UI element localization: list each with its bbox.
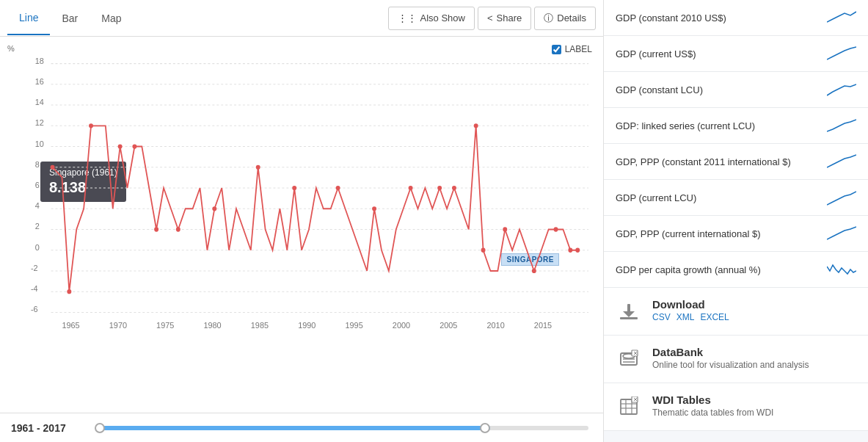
line-chart-svg: 18 16 14 12 10 8 6 4 2 0 -2 -4 -6	[22, 37, 596, 405]
svg-text:0: 0	[35, 242, 40, 251]
tab-bar[interactable]: Bar	[50, 2, 90, 35]
tab-line[interactable]: Line	[7, 1, 50, 35]
wdi-subtitle: Thematic data tables from WDI	[652, 407, 856, 418]
sidebar-item-label: GDP (current US$)	[616, 48, 820, 59]
timeline-fill	[95, 426, 490, 430]
y-axis-unit: %	[7, 44, 15, 53]
details-button[interactable]: ⓘ Details	[534, 7, 596, 30]
wdi-title: WDI Tables	[652, 394, 856, 406]
also-show-label: Also Show	[420, 12, 465, 23]
tab-map[interactable]: Map	[90, 2, 133, 35]
sidebar-item-gdp-current-lcu[interactable]: GDP (current LCU)	[604, 180, 868, 216]
svg-point-56	[554, 227, 558, 231]
sparkline-2	[827, 81, 856, 98]
sidebar-item-gdp-ppp-2011[interactable]: GDP, PPP (constant 2011 international $)	[604, 144, 868, 180]
wdi-action[interactable]: WDI Tables Thematic data tables from WDI	[604, 383, 868, 431]
svg-point-54	[503, 227, 507, 231]
svg-point-44	[212, 206, 216, 211]
sidebar-item-label: GDP (current LCU)	[616, 192, 820, 203]
svg-text:1975: 1975	[156, 321, 174, 330]
svg-point-38	[67, 289, 71, 294]
download-icon	[616, 298, 642, 325]
databank-svg	[619, 349, 639, 369]
databank-action[interactable]: DataBank Online tool for visualization a…	[604, 336, 868, 383]
svg-text:4: 4	[35, 201, 40, 210]
wdi-icon	[616, 394, 642, 420]
timeline-handle-right[interactable]	[480, 423, 490, 433]
svg-point-41	[132, 144, 136, 148]
svg-text:1970: 1970	[109, 321, 127, 330]
download-links[interactable]: CSV XML EXCEL	[652, 312, 856, 322]
download-content: Download CSV XML EXCEL	[652, 298, 856, 322]
svg-point-57	[568, 248, 572, 253]
svg-point-45	[256, 165, 260, 170]
sparkline-0	[827, 9, 856, 26]
wdi-content: WDI Tables Thematic data tables from WDI	[652, 394, 856, 418]
svg-text:6: 6	[35, 181, 40, 189]
svg-text:10: 10	[35, 139, 44, 148]
svg-point-50	[437, 186, 442, 190]
svg-point-51	[452, 186, 456, 190]
sparkline-6	[827, 225, 856, 242]
sidebar-item-label: GDP, PPP (current international $)	[616, 228, 820, 239]
timeline-bar: 1961 - 2017	[0, 413, 603, 442]
svg-text:2010: 2010	[487, 321, 505, 330]
svg-text:1985: 1985	[251, 321, 269, 330]
svg-text:1965: 1965	[62, 321, 79, 330]
timeline-handle-left[interactable]	[95, 423, 105, 433]
sidebar: GDP (constant 2010 US$) GDP (current US$…	[604, 0, 868, 442]
svg-rect-74	[632, 396, 638, 402]
svg-text:2: 2	[35, 222, 40, 231]
download-action[interactable]: Download CSV XML EXCEL	[604, 288, 868, 336]
svg-text:14: 14	[35, 98, 44, 106]
xml-link[interactable]: XML	[676, 312, 695, 322]
databank-title: DataBank	[652, 346, 856, 358]
sidebar-item-gdp-linked[interactable]: GDP: linked series (current LCU)	[604, 108, 868, 144]
svg-point-37	[51, 165, 55, 170]
sidebar-item-gdp-per-capita[interactable]: GDP per capita growth (annual %)	[604, 252, 868, 288]
svg-text:18: 18	[35, 56, 44, 65]
download-title: Download	[652, 298, 856, 311]
databank-content: DataBank Online tool for visualization a…	[652, 346, 856, 370]
sidebar-item-label: GDP, PPP (constant 2011 international $)	[616, 156, 820, 167]
svg-point-52	[474, 123, 478, 128]
svg-point-55	[532, 269, 536, 273]
csv-link[interactable]: CSV	[652, 312, 671, 322]
sidebar-item-gdp-current[interactable]: GDP (current US$)	[604, 36, 868, 72]
sidebar-item-gdp-ppp-current[interactable]: GDP, PPP (current international $)	[604, 216, 868, 252]
svg-point-58	[575, 248, 580, 253]
sparkline-5	[827, 189, 856, 206]
svg-text:1995: 1995	[345, 321, 362, 330]
sidebar-item-label: GDP per capita growth (annual %)	[616, 264, 820, 275]
sparkline-7	[827, 261, 856, 278]
svg-text:-6: -6	[31, 305, 38, 314]
share-icon: <	[487, 12, 493, 23]
also-show-button[interactable]: ⋮⋮ Also Show	[388, 7, 475, 30]
grid-icon: ⋮⋮	[398, 12, 417, 23]
svg-point-39	[89, 123, 93, 128]
wdi-svg	[619, 396, 639, 417]
svg-text:2015: 2015	[534, 321, 552, 330]
svg-text:12: 12	[35, 118, 44, 127]
sidebar-item-label: GDP (constant LCU)	[616, 84, 820, 95]
svg-rect-59	[620, 317, 638, 319]
svg-point-43	[176, 227, 180, 231]
svg-text:16: 16	[35, 77, 44, 86]
svg-text:-2: -2	[31, 264, 38, 272]
sparkline-4	[827, 153, 856, 170]
svg-point-46	[292, 186, 296, 190]
sidebar-item-label: GDP (constant 2010 US$)	[616, 12, 820, 23]
excel-link[interactable]: EXCEL	[700, 312, 729, 322]
sidebar-item-gdp-constant-2010[interactable]: GDP (constant 2010 US$)	[604, 0, 868, 36]
svg-text:2005: 2005	[440, 321, 457, 330]
chart-area: % LABEL Singapore (1961) 8.138 SINGAPORE…	[0, 37, 603, 413]
share-button[interactable]: < Share	[478, 7, 531, 30]
svg-text:1980: 1980	[203, 321, 221, 330]
tab-actions: ⋮⋮ Also Show < Share ⓘ Details	[388, 7, 596, 30]
timeline-range: 1961 - 2017	[11, 422, 84, 434]
sidebar-item-gdp-constant-lcu[interactable]: GDP (constant LCU)	[604, 72, 868, 108]
sparkline-1	[827, 45, 856, 62]
timeline-slider[interactable]	[95, 426, 588, 430]
svg-point-48	[372, 206, 376, 211]
sidebar-item-label: GDP: linked series (current LCU)	[616, 120, 820, 131]
